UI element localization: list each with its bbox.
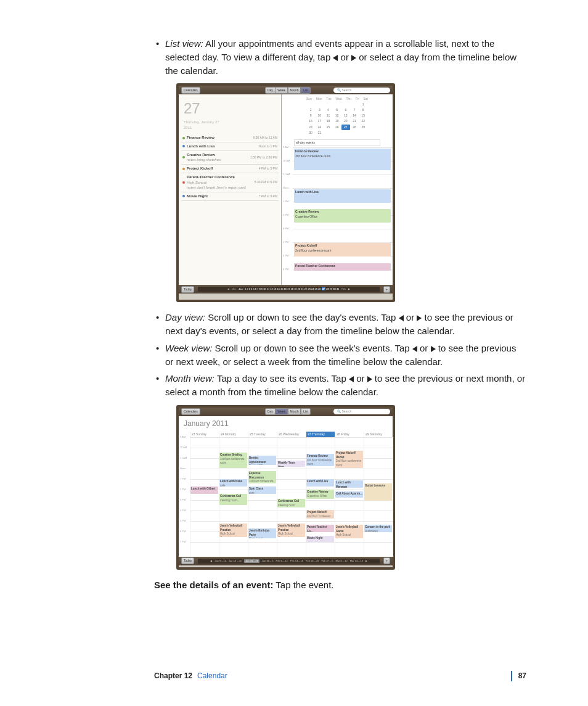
- mini-day[interactable]: 8: [359, 107, 367, 113]
- mini-day[interactable]: 13: [341, 113, 350, 118]
- mini-day[interactable]: 7: [350, 107, 359, 113]
- mini-day[interactable]: [341, 102, 350, 107]
- today-button[interactable]: Today: [181, 286, 194, 293]
- mini-grid[interactable]: 1234567891011121314151617181920212223242…: [306, 102, 368, 136]
- mini-day[interactable]: 15: [359, 113, 367, 118]
- month-tab[interactable]: Month: [288, 87, 301, 94]
- mini-day[interactable]: [350, 102, 359, 107]
- mini-day[interactable]: [306, 102, 315, 107]
- mini-month[interactable]: SunMonTueWedThuFriSat 123456789101112131…: [306, 97, 368, 136]
- mini-day[interactable]: 27: [341, 125, 350, 130]
- week-event[interactable]: Project Kickoff Recap2nd floor conferenc…: [335, 451, 363, 468]
- mini-day[interactable]: 16: [306, 118, 315, 124]
- mini-day[interactable]: 12: [333, 113, 341, 118]
- mini-day[interactable]: [333, 102, 341, 107]
- mini-day[interactable]: 18: [324, 118, 332, 124]
- week-day-header[interactable]: 27 Thursday: [306, 432, 335, 437]
- week-event[interactable]: Jenn's Volleyball PracticeHigh School Gy…: [219, 523, 247, 537]
- week-event[interactable]: Weekly Team Meet...3rd floor conferenc..…: [277, 461, 305, 467]
- week-day-header[interactable]: 25 Tuesday: [248, 432, 277, 437]
- mini-day[interactable]: 21: [350, 118, 359, 124]
- list-item[interactable]: Movie Night7 PM to 9 PM: [181, 192, 279, 201]
- mini-day[interactable]: 10: [315, 113, 324, 118]
- week-event[interactable]: Call About Apartm...: [335, 491, 363, 498]
- week-event[interactable]: Creative ReviewCupertino Office: [306, 490, 334, 499]
- mini-day[interactable]: 20: [341, 118, 350, 124]
- week-day-header[interactable]: 28 Friday: [335, 432, 364, 437]
- hour-grid[interactable]: 9 AM10 AM11 AMNoon1 PM2 PM3 PM4 PM5 PM6 …: [282, 147, 393, 285]
- week-event[interactable]: Expense Discussion1st floor conference r…: [248, 471, 276, 483]
- week-day-header[interactable]: 29 Saturday: [364, 432, 393, 437]
- list-tab[interactable]: List: [301, 408, 311, 415]
- week-day-header[interactable]: 23 Sunday: [190, 432, 219, 437]
- mini-day[interactable]: 14: [350, 113, 359, 118]
- mini-day[interactable]: 17: [315, 118, 324, 124]
- week-event[interactable]: Lunch with Managercafe: [335, 480, 363, 488]
- search-input[interactable]: 🔍 Search: [333, 88, 390, 93]
- week-event[interactable]: Conference Callmeeting room: [277, 499, 305, 507]
- mini-day[interactable]: [324, 102, 332, 107]
- day-tab[interactable]: Day: [265, 408, 276, 415]
- week-event[interactable]: Parent-Teacher Co...High School: [306, 525, 334, 532]
- list-item[interactable]: Creative Reviewnotes bring sketches1:30 …: [181, 151, 279, 165]
- week-event[interactable]: Jenn's Volleyball GameHigh School Gymnas…: [335, 525, 363, 538]
- week-grid[interactable]: 9 AM10 AM11 AMNoon1 PM2 PM3 PM4 PM5 PM6 …: [179, 437, 393, 556]
- week-event[interactable]: Lunch with Lisa: [306, 479, 334, 486]
- mini-day[interactable]: 11: [324, 113, 332, 118]
- week-event[interactable]: Lunch with Gilbert: [190, 486, 218, 494]
- hour-event[interactable]: Project Kickoff2nd floor conference room: [294, 243, 391, 257]
- mini-day[interactable]: 31: [315, 130, 324, 136]
- mini-day[interactable]: 26: [333, 125, 341, 130]
- week-day-header[interactable]: 26 Wednesday: [277, 432, 306, 437]
- mini-day[interactable]: 25: [324, 125, 332, 130]
- timeline[interactable]: ◀Jan 9 – 15Jan 16 – 22Jan 23 – 29Jan 30 …: [198, 559, 380, 564]
- list-item[interactable]: Parent-Teacher ConferenceHigh Schoolnote…: [181, 173, 279, 192]
- add-button[interactable]: +: [383, 286, 390, 293]
- mini-day[interactable]: [315, 102, 324, 107]
- mini-day[interactable]: 5: [333, 107, 341, 113]
- week-event[interactable]: Jenn's Birthday PartyPizza Land: [248, 528, 276, 538]
- mini-day[interactable]: 1: [359, 102, 367, 107]
- list-tab[interactable]: List: [301, 87, 311, 94]
- calendars-button[interactable]: Calendars: [181, 87, 200, 94]
- hour-event[interactable]: Lunch with Lisa: [294, 189, 391, 203]
- mini-day[interactable]: [324, 130, 332, 136]
- mini-day[interactable]: [333, 130, 341, 136]
- mini-day[interactable]: 29: [359, 125, 367, 130]
- mini-day[interactable]: 6: [341, 107, 350, 113]
- mini-day[interactable]: 2: [306, 107, 315, 113]
- mini-day[interactable]: 24: [315, 125, 324, 130]
- mini-day[interactable]: [341, 130, 350, 136]
- mini-day[interactable]: 19: [333, 118, 341, 124]
- list-item[interactable]: Finance Review9:30 AM to 11 AM: [181, 134, 279, 142]
- week-event[interactable]: Movie Night: [306, 536, 334, 542]
- calendars-button[interactable]: Calendars: [181, 408, 200, 415]
- week-tab[interactable]: Week: [275, 87, 288, 94]
- list-item[interactable]: Project Kickoff4 PM to 5 PM: [181, 165, 279, 173]
- week-event[interactable]: Dentist AppointmentDentist Office: [248, 456, 276, 465]
- week-event[interactable]: Conference Callmeeting room...: [219, 494, 247, 505]
- week-day-header[interactable]: 24 Monday: [219, 432, 248, 437]
- week-event[interactable]: Spin Classgym: [248, 486, 276, 494]
- week-event[interactable]: Jenn's Volleyball PracticeHigh School Gy…: [277, 523, 305, 537]
- week-event[interactable]: Finance Review3rd floor conference room: [306, 454, 334, 466]
- mini-day[interactable]: [350, 130, 359, 136]
- timeline[interactable]: ◀DecJan · 1 2 3 4 5 6 7 8 9 10 11 12 13 …: [198, 287, 380, 292]
- week-event[interactable]: Lunch with Katiecafe: [219, 479, 247, 486]
- week-event[interactable]: Project Kickoff2nd floor conferenc...: [306, 510, 334, 519]
- search-input[interactable]: 🔍 Search: [333, 409, 390, 414]
- week-event[interactable]: Creative Briefing1st floor conference ro…: [219, 453, 247, 468]
- hour-event[interactable]: Parent-Teacher Conference: [294, 263, 391, 271]
- mini-day[interactable]: 23: [306, 125, 315, 130]
- event-list[interactable]: Finance Review9:30 AM to 11 AMLunch with…: [179, 134, 281, 200]
- mini-day[interactable]: 22: [359, 118, 367, 124]
- week-event[interactable]: Guitar Lessons: [364, 483, 392, 501]
- mini-day[interactable]: 9: [306, 113, 315, 118]
- mini-day[interactable]: 28: [350, 125, 359, 130]
- day-tab[interactable]: Day: [265, 87, 276, 94]
- hour-event[interactable]: Creative ReviewCupertino Office: [294, 209, 391, 223]
- week-event[interactable]: Concert in the parkDowntown: [364, 525, 392, 532]
- mini-day[interactable]: 4: [324, 107, 332, 113]
- week-tab[interactable]: Week: [275, 408, 288, 415]
- month-tab[interactable]: Month: [288, 408, 301, 415]
